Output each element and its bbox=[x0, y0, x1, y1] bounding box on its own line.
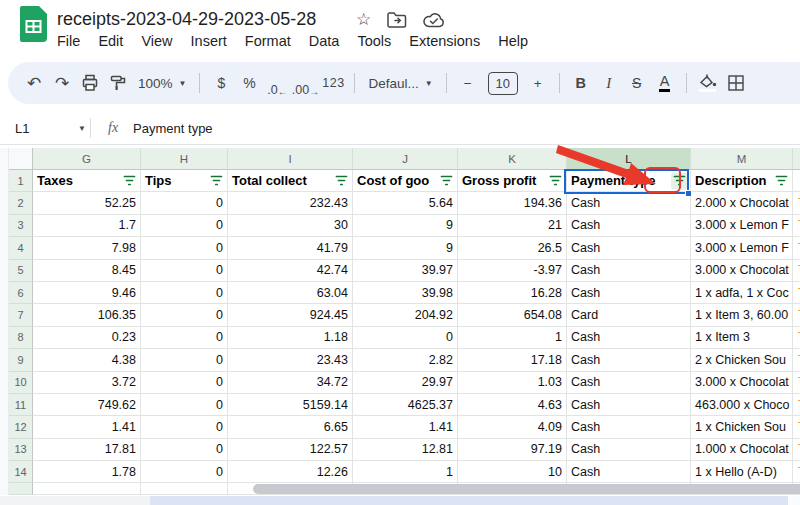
menu-insert[interactable]: Insert bbox=[182, 31, 236, 51]
cell-L7[interactable]: Card bbox=[567, 304, 691, 326]
move-folder-icon[interactable] bbox=[387, 12, 407, 28]
bold-button[interactable]: B bbox=[567, 69, 595, 97]
menu-format[interactable]: Format bbox=[236, 31, 300, 51]
cell-J5[interactable]: 39.97 bbox=[353, 260, 458, 282]
cell-next-2[interactable]: T bbox=[793, 192, 800, 214]
menu-extensions[interactable]: Extensions bbox=[400, 31, 489, 51]
cell-I13[interactable]: 122.57 bbox=[228, 439, 353, 461]
cell-J10[interactable]: 29.97 bbox=[353, 372, 458, 394]
italic-button[interactable]: I bbox=[595, 69, 623, 97]
decrease-decimal-button[interactable]: .0← bbox=[263, 69, 291, 97]
filter-button-L[interactable] bbox=[671, 172, 688, 189]
row-number-12[interactable]: 12 bbox=[9, 416, 33, 438]
cell-L9[interactable]: Cash bbox=[567, 349, 691, 371]
cell-next-11[interactable]: T bbox=[793, 394, 800, 416]
column-letter-K[interactable]: K bbox=[458, 148, 567, 170]
cell-H5[interactable]: 0 bbox=[141, 260, 228, 282]
cell-H10[interactable]: 0 bbox=[141, 372, 228, 394]
cell-L3[interactable]: Cash bbox=[567, 215, 691, 237]
menu-edit[interactable]: Edit bbox=[89, 31, 132, 51]
column-letter-I[interactable]: I bbox=[228, 148, 353, 170]
row-number-7[interactable]: 7 bbox=[9, 304, 33, 326]
row-number-2[interactable]: 2 bbox=[9, 192, 33, 214]
cell-G9[interactable]: 4.38 bbox=[33, 349, 141, 371]
cell-J11[interactable]: 4625.37 bbox=[353, 394, 458, 416]
format-percent-button[interactable]: % bbox=[235, 69, 263, 97]
menu-view[interactable]: View bbox=[132, 31, 181, 51]
cell-M2[interactable]: 2.000 x Chocolat bbox=[691, 192, 793, 214]
cell-next-4[interactable]: T bbox=[793, 237, 800, 259]
cell-next-10[interactable]: T bbox=[793, 372, 800, 394]
cell-G7[interactable]: 106.35 bbox=[33, 304, 141, 326]
undo-button[interactable]: ↶ bbox=[20, 69, 48, 97]
print-button[interactable] bbox=[76, 69, 104, 97]
cell-K14[interactable]: 10 bbox=[458, 461, 567, 483]
cell-H2[interactable]: 0 bbox=[141, 192, 228, 214]
cell-H8[interactable]: 0 bbox=[141, 327, 228, 349]
cell-H4[interactable]: 0 bbox=[141, 237, 228, 259]
cell-M14[interactable]: 1 x Hello (A-D) bbox=[691, 461, 793, 483]
cell-G6[interactable]: 9.46 bbox=[33, 282, 141, 304]
cell-next-5[interactable]: T bbox=[793, 260, 800, 282]
cell-J4[interactable]: 9 bbox=[353, 237, 458, 259]
column-letter-G[interactable]: G bbox=[33, 148, 141, 170]
cell-G8[interactable]: 0.23 bbox=[33, 327, 141, 349]
header-cell-J[interactable]: Cost of goo bbox=[353, 170, 458, 192]
cell-I9[interactable]: 23.43 bbox=[228, 349, 353, 371]
cell-G14[interactable]: 1.78 bbox=[33, 461, 141, 483]
paint-format-button[interactable] bbox=[104, 69, 132, 97]
select-all-corner[interactable] bbox=[9, 148, 33, 170]
filter-button-G[interactable] bbox=[121, 172, 138, 189]
cell-I10[interactable]: 34.72 bbox=[228, 372, 353, 394]
cell-G4[interactable]: 7.98 bbox=[33, 237, 141, 259]
cell-M3[interactable]: 3.000 x Lemon F bbox=[691, 215, 793, 237]
cell-G12[interactable]: 1.41 bbox=[33, 416, 141, 438]
header-cell-M[interactable]: Description bbox=[691, 170, 793, 192]
row-number-14[interactable]: 14 bbox=[9, 461, 33, 483]
row-number-10[interactable]: 10 bbox=[9, 372, 33, 394]
cell-K6[interactable]: 16.28 bbox=[458, 282, 567, 304]
horizontal-scrollbar[interactable] bbox=[253, 484, 800, 494]
cell-next-6[interactable]: T bbox=[793, 282, 800, 304]
filter-button-I[interactable] bbox=[333, 172, 350, 189]
cell-L12[interactable]: Cash bbox=[567, 416, 691, 438]
row-number-5[interactable]: 5 bbox=[9, 260, 33, 282]
star-icon[interactable]: ☆ bbox=[356, 11, 371, 29]
row-number-13[interactable]: 13 bbox=[9, 439, 33, 461]
cell-K5[interactable]: -3.97 bbox=[458, 260, 567, 282]
header-cell-I[interactable]: Total collect bbox=[228, 170, 353, 192]
zoom-select[interactable]: 100% ▼ bbox=[132, 69, 192, 97]
cell-I6[interactable]: 63.04 bbox=[228, 282, 353, 304]
filter-button-J[interactable] bbox=[438, 172, 455, 189]
menu-help[interactable]: Help bbox=[489, 31, 537, 51]
cell-H7[interactable]: 0 bbox=[141, 304, 228, 326]
cell-I8[interactable]: 1.18 bbox=[228, 327, 353, 349]
cell-M13[interactable]: 1.000 x Chocolat bbox=[691, 439, 793, 461]
header-cell-H[interactable]: Tips bbox=[141, 170, 228, 192]
format-currency-button[interactable]: $ bbox=[207, 69, 235, 97]
increase-font-size-button[interactable]: + bbox=[524, 69, 552, 97]
cell-L2[interactable]: Cash bbox=[567, 192, 691, 214]
redo-button[interactable]: ↷ bbox=[48, 69, 76, 97]
cell-H3[interactable]: 0 bbox=[141, 215, 228, 237]
menu-data[interactable]: Data bbox=[300, 31, 349, 51]
cell-K10[interactable]: 1.03 bbox=[458, 372, 567, 394]
cell-J14[interactable]: 1 bbox=[353, 461, 458, 483]
cell-H9[interactable]: 0 bbox=[141, 349, 228, 371]
empty-cell-G[interactable] bbox=[33, 483, 141, 495]
cell-G10[interactable]: 3.72 bbox=[33, 372, 141, 394]
header-cell-K[interactable]: Gross profit bbox=[458, 170, 567, 192]
cell-L5[interactable]: Cash bbox=[567, 260, 691, 282]
cell-I12[interactable]: 6.65 bbox=[228, 416, 353, 438]
cell-H14[interactable]: 0 bbox=[141, 461, 228, 483]
cell-J9[interactable]: 2.82 bbox=[353, 349, 458, 371]
row-number-8[interactable]: 8 bbox=[9, 327, 33, 349]
cell-K11[interactable]: 4.63 bbox=[458, 394, 567, 416]
cell-I5[interactable]: 42.74 bbox=[228, 260, 353, 282]
column-letter-M[interactable]: M bbox=[691, 148, 793, 170]
cell-H13[interactable]: 0 bbox=[141, 439, 228, 461]
row-number-3[interactable]: 3 bbox=[9, 215, 33, 237]
cell-I14[interactable]: 12.26 bbox=[228, 461, 353, 483]
decrease-font-size-button[interactable]: − bbox=[454, 69, 482, 97]
cell-L10[interactable]: Cash bbox=[567, 372, 691, 394]
